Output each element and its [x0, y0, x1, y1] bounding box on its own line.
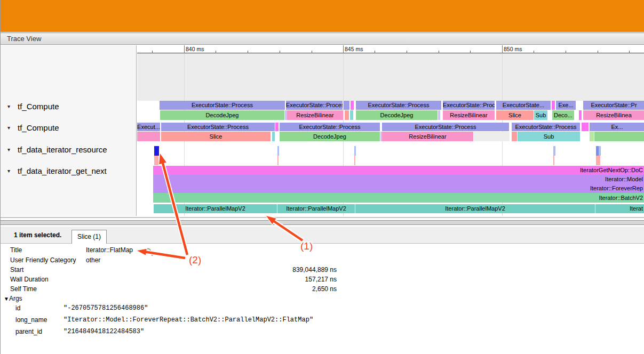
detail-label: Start: [10, 266, 23, 274]
ruler-minor-tick: [152, 51, 153, 53]
collapse-triangle-icon[interactable]: ▾: [7, 145, 10, 155]
trace-slice[interactable]: ResizeBilinear: [287, 110, 343, 120]
trace-slice[interactable]: [553, 146, 555, 156]
trace-slice[interactable]: [354, 146, 356, 156]
trace-slice[interactable]: ExecutorState::Process: [286, 101, 343, 110]
trace-slice[interactable]: [137, 132, 160, 141]
track-label-text: tf_Compute: [18, 102, 59, 111]
trace-slice[interactable]: Sub: [534, 110, 547, 120]
trace-slice[interactable]: ExecutorState::Process: [161, 123, 275, 131]
ruler-major-tick: [343, 45, 344, 53]
trace-slice[interactable]: [582, 123, 589, 131]
detail-value: other: [86, 256, 337, 264]
trace-slice[interactable]: [344, 101, 349, 110]
trace-slice[interactable]: Iterat: [595, 204, 644, 213]
trace-slice[interactable]: [553, 156, 554, 165]
trace-slice[interactable]: Slice: [161, 132, 271, 141]
splitter-drag-handle[interactable]: [1, 220, 644, 225]
trace-slice[interactable]: ExecutorState::Process: [280, 123, 380, 131]
ruler-tick-label: 850 ms: [504, 46, 522, 52]
trace-slice[interactable]: Exe...: [556, 101, 576, 110]
ruler-minor-tick: [470, 51, 471, 53]
trace-view-titlebar: Trace View: [1, 33, 644, 45]
track-label-tf_data_iterator_resource[interactable]: ▾tf_data_iterator_resource: [1, 145, 137, 155]
tab-slice[interactable]: Slice (1): [71, 230, 107, 244]
track-label-tf_data_iterator_get_next[interactable]: ▾tf_data_iterator_get_next: [1, 166, 137, 176]
trace-slice[interactable]: Iterator::ParallelMapV2: [355, 204, 595, 213]
trace-slice[interactable]: [275, 123, 279, 131]
trace-slice[interactable]: IteratorGetNextOp::DoC: [153, 166, 644, 175]
trace-slice[interactable]: DecodeJpeg: [160, 110, 284, 120]
trace-slice[interactable]: [474, 132, 510, 141]
trace-slice[interactable]: Sub: [518, 132, 580, 141]
trace-slice[interactable]: ResizeBilinea: [583, 110, 644, 120]
trace-slice[interactable]: ExecutorState...: [496, 101, 551, 110]
trace-slice[interactable]: Ex...: [590, 123, 644, 131]
trace-slice[interactable]: ExecutorState::Process: [356, 101, 441, 110]
trace-slice[interactable]: [590, 132, 594, 141]
trace-slice[interactable]: [277, 156, 279, 165]
trace-slice[interactable]: ExecutorState::Pr: [583, 101, 644, 110]
trace-slice[interactable]: Iterator::ParallelMapV2: [277, 204, 355, 213]
trace-slice[interactable]: ExecutorState::Process: [160, 101, 285, 110]
collapse-triangle-icon[interactable]: ▾: [7, 166, 10, 176]
ruler-major-tick: [502, 45, 503, 53]
track-label-tf_Compute[interactable]: ▾tf_Compute: [1, 102, 137, 111]
args-section-header[interactable]: ▼Args: [1, 294, 644, 303]
args-header[interactable]: ▼Args: [4, 294, 22, 303]
empty-track-region: [137, 53, 644, 101]
trace-slice[interactable]: Iterator::BatchV2: [153, 193, 644, 203]
trace-slice[interactable]: Iterator::ParallelMapV2: [154, 204, 277, 213]
trace-slice[interactable]: Iterator::Model: [153, 175, 644, 184]
track-label-text: tf_data_iterator_resource: [18, 145, 107, 155]
trace-slice[interactable]: [345, 110, 349, 120]
trace-slice[interactable]: ExecutorState::Process: [512, 123, 580, 131]
trace-slice[interactable]: Deco...: [552, 110, 574, 120]
trace-slice[interactable]: ExecutorState::Process: [443, 101, 495, 110]
trace-slice[interactable]: ResizeBilinear: [382, 132, 473, 141]
trace-slice[interactable]: [599, 146, 601, 156]
trace-slice[interactable]: DecodeJpeg: [356, 110, 438, 120]
trace-slice[interactable]: [438, 110, 440, 120]
trace-slice[interactable]: DecodeJpeg: [280, 132, 380, 141]
trace-slice[interactable]: ExecutorState::Process: [382, 123, 509, 131]
trace-slice[interactable]: Iterator::ForeverRep: [153, 184, 644, 193]
trace-viewer-window: Trace View ▾tf_Compute▾tf_Compute▾tf_dat…: [0, 0, 644, 354]
trace-slice[interactable]: [354, 156, 355, 165]
detail-value: 157,217 ns: [86, 275, 337, 284]
trace-slice[interactable]: [154, 146, 159, 156]
trace-slice[interactable]: [272, 132, 275, 141]
detail-label: Wall Duration: [10, 275, 49, 284]
trace-slice[interactable]: [350, 110, 353, 120]
trace-slice[interactable]: [154, 156, 158, 165]
ruler-minor-tick: [598, 51, 598, 53]
trace-slice[interactable]: [579, 110, 582, 120]
collapse-triangle-icon[interactable]: ▾: [7, 102, 10, 111]
analysis-panel-header: 1 item selected. Slice (1): [1, 227, 644, 244]
track-label-tf_Compute[interactable]: ▾tf_Compute: [1, 123, 137, 133]
time-ruler: 840 ms845 ms850 ms: [137, 45, 644, 53]
top-accent-bar: [1, 0, 644, 32]
track-label-text: tf_Compute: [18, 123, 59, 133]
ruler-minor-tick: [439, 51, 439, 53]
trace-slice[interactable]: [596, 156, 600, 165]
arg-value: "-2670575781256468986": [63, 304, 148, 312]
trace-slice[interactable]: Slice: [496, 110, 534, 120]
timeline[interactable]: 840 ms845 ms850 ms ExecutorState::Proces…: [137, 45, 644, 216]
trace-slice[interactable]: [277, 146, 279, 156]
collapse-triangle-icon[interactable]: ▾: [7, 123, 10, 133]
args-collapse-icon[interactable]: ▼: [4, 296, 9, 302]
trace-slice[interactable]: [351, 101, 354, 110]
trace-main-area: ▾tf_Compute▾tf_Compute▾tf_data_iterator_…: [1, 45, 644, 216]
trace-slice[interactable]: [512, 132, 517, 141]
trace-slice[interactable]: [552, 101, 555, 110]
detail-value: 839,044,889 ns: [86, 266, 337, 274]
trace-view-title: Trace View: [7, 35, 41, 43]
trace-slice[interactable]: [594, 132, 644, 141]
trace-slice[interactable]: ResizeBilinear: [443, 110, 495, 120]
arg-value: "Iterator::Model::ForeverRepeat::BatchV2…: [63, 316, 313, 324]
ruler-minor-tick: [280, 51, 280, 53]
track-label-panel: ▾tf_Compute▾tf_Compute▾tf_data_iterator_…: [1, 45, 137, 216]
ruler-minor-tick: [534, 51, 534, 53]
trace-slice[interactable]: Execut...: [137, 123, 160, 131]
